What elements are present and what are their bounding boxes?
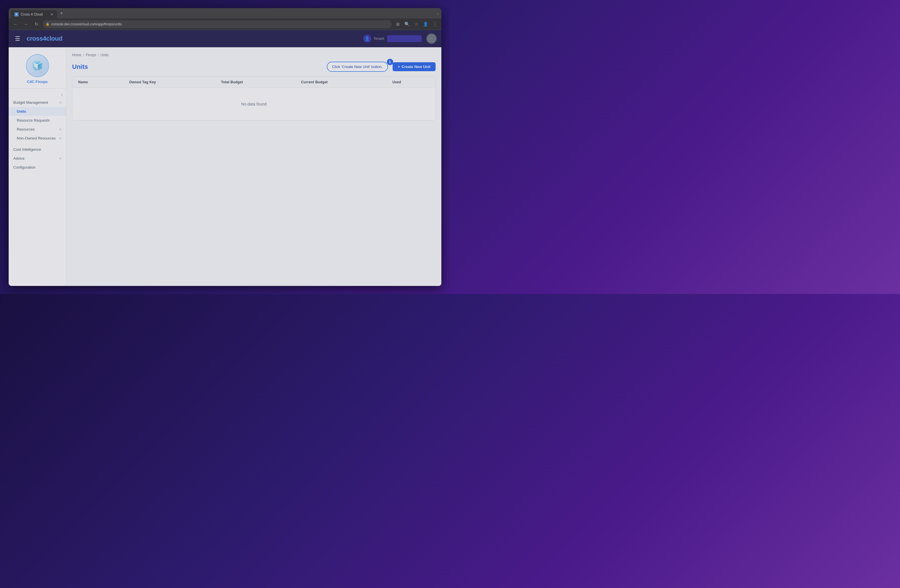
step-badge: 1 <box>387 59 393 65</box>
app-body: 🧊 C4C Finops ‹ Budget Management ∧ Units… <box>9 47 441 286</box>
logo-accent: 4 <box>43 35 46 42</box>
advice-label: Advice <box>13 156 25 161</box>
resources-label: Resources <box>17 127 35 132</box>
tenant-section: 👤 Tenant: <box>363 35 422 43</box>
col-owned-tag-key: Owned Tag Key <box>123 77 215 88</box>
new-tab-button[interactable]: + <box>58 10 65 16</box>
sidebar-item-configuration[interactable]: Configuration <box>9 163 66 172</box>
tooltip-text: Click 'Create New Unit' button. <box>332 65 382 69</box>
col-total-budget: Total Budget <box>215 77 295 88</box>
table-body: No data found <box>72 88 435 121</box>
logo-text-suffix: cloud <box>46 35 62 42</box>
tab-favicon: 4 <box>14 12 19 16</box>
page-title: Units <box>72 63 88 71</box>
col-used: Used <box>386 77 435 88</box>
app-content: ☰ cross4cloud 👤 Tenant: 🧊 C4C Finops <box>9 30 441 286</box>
cast-icon-button[interactable]: ⊞ <box>394 20 402 28</box>
page-header: Units Click 'Create New Unit' button. 1 … <box>72 62 436 72</box>
breadcrumb: Home / Finops / Units <box>72 53 436 57</box>
forward-button[interactable]: → <box>22 20 30 28</box>
nav-icons: ⊞ 🔍 ☆ 👤 ⋮ <box>394 20 438 28</box>
data-table: Name Owned Tag Key Total Budget Current … <box>72 77 435 121</box>
sidebar-collapse-button[interactable]: ‹ <box>61 92 63 97</box>
tooltip-box: Click 'Create New Unit' button. <box>327 62 388 72</box>
resource-requests-label: Resource Requests <box>17 118 50 122</box>
sidebar-logo-section: 🧊 C4C Finops <box>9 51 66 89</box>
resources-chevron: ∨ <box>59 127 61 131</box>
data-table-container: Name Owned Tag Key Total Budget Current … <box>72 76 436 121</box>
address-bar[interactable]: 🔒 console.dev.cross4cloud.com/app/finops… <box>43 20 392 28</box>
tenant-label: Tenant: <box>374 37 385 41</box>
breadcrumb-sep-1: / <box>83 53 84 57</box>
sidebar: 🧊 C4C Finops ‹ Budget Management ∧ Units… <box>9 47 66 286</box>
menu-icon-button[interactable]: ⋮ <box>431 20 438 28</box>
lock-icon: 🔒 <box>46 22 50 26</box>
budget-management-chevron: ∧ <box>59 101 61 104</box>
configuration-label: Configuration <box>13 165 36 169</box>
sidebar-item-cost-intelligence[interactable]: Cost Intelligence <box>9 145 66 154</box>
tooltip-container: Click 'Create New Unit' button. 1 <box>327 62 390 72</box>
tenant-icon: 👤 <box>363 35 371 43</box>
breadcrumb-home[interactable]: Home <box>72 53 81 57</box>
create-new-unit-button[interactable]: + Create New Unit <box>393 62 436 71</box>
tab-title: Cross 4 Cloud <box>21 12 43 16</box>
non-owned-resources-label: Non-Owned Resources <box>17 136 56 140</box>
sidebar-org-name: C4C Finops <box>27 80 48 84</box>
tab-close-button[interactable]: ✕ <box>50 12 54 17</box>
logo-text-main: cross <box>26 35 43 42</box>
header-actions: Click 'Create New Unit' button. 1 + Crea… <box>327 62 436 72</box>
app-logo: cross4cloud <box>26 35 62 42</box>
sidebar-item-non-owned-resources[interactable]: Non-Owned Resources ∨ <box>9 134 66 143</box>
col-name: Name <box>72 77 123 88</box>
zoom-icon-button[interactable]: 🔍 <box>403 20 411 28</box>
table-header: Name Owned Tag Key Total Budget Current … <box>72 77 435 88</box>
table-header-row: Name Owned Tag Key Total Budget Current … <box>72 77 435 88</box>
url-text: console.dev.cross4cloud.com/app/finops/u… <box>51 22 389 26</box>
sidebar-item-units[interactable]: Units <box>9 107 66 116</box>
sidebar-item-resources[interactable]: Resources ∨ <box>9 125 66 134</box>
sidebar-item-budget-management[interactable]: Budget Management ∧ <box>9 98 66 107</box>
breadcrumb-finops[interactable]: Finops <box>86 53 96 57</box>
sidebar-item-advice[interactable]: Advice ∨ <box>9 154 66 163</box>
no-data-cell: No data found <box>72 88 435 121</box>
cost-intelligence-label: Cost Intelligence <box>13 147 41 152</box>
account-icon-button[interactable]: 👤 <box>422 20 429 28</box>
browser-nav-bar: ← → ↻ 🔒 console.dev.cross4cloud.com/app/… <box>9 19 441 30</box>
refresh-button[interactable]: ↻ <box>32 20 40 28</box>
non-owned-resources-chevron: ∨ <box>59 136 61 140</box>
tenant-input[interactable] <box>387 35 422 42</box>
units-label: Units <box>17 109 26 114</box>
star-icon-button[interactable]: ☆ <box>413 20 420 28</box>
col-current-budget: Current Budget <box>295 77 386 88</box>
no-data-row: No data found <box>72 88 435 121</box>
sidebar-item-resource-requests[interactable]: Resource Requests <box>9 116 66 125</box>
browser-tab-bar: 4 Cross 4 Cloud ✕ + ⌄ <box>9 8 441 19</box>
app-topbar: ☰ cross4cloud 👤 Tenant: <box>9 30 441 47</box>
sidebar-collapse-row: ‹ <box>9 91 66 98</box>
create-btn-icon: + <box>398 65 400 69</box>
avatar[interactable] <box>426 33 437 44</box>
breadcrumb-units: Units <box>101 53 109 57</box>
breadcrumb-sep-2: / <box>98 53 99 57</box>
budget-management-label: Budget Management <box>13 100 48 105</box>
back-button[interactable]: ← <box>12 20 20 28</box>
tab-bar-controls: ⌄ <box>436 11 439 15</box>
main-content: Home / Finops / Units Units Click 'Creat… <box>66 47 441 286</box>
browser-window: 4 Cross 4 Cloud ✕ + ⌄ ← → ↻ 🔒 console.de… <box>9 8 441 286</box>
sidebar-logo-image: 🧊 <box>26 54 49 77</box>
browser-tab-active[interactable]: 4 Cross 4 Cloud ✕ <box>11 10 57 19</box>
advice-chevron: ∨ <box>59 156 61 160</box>
create-btn-label: Create New Unit <box>402 65 430 69</box>
hamburger-button[interactable]: ☰ <box>13 33 22 44</box>
